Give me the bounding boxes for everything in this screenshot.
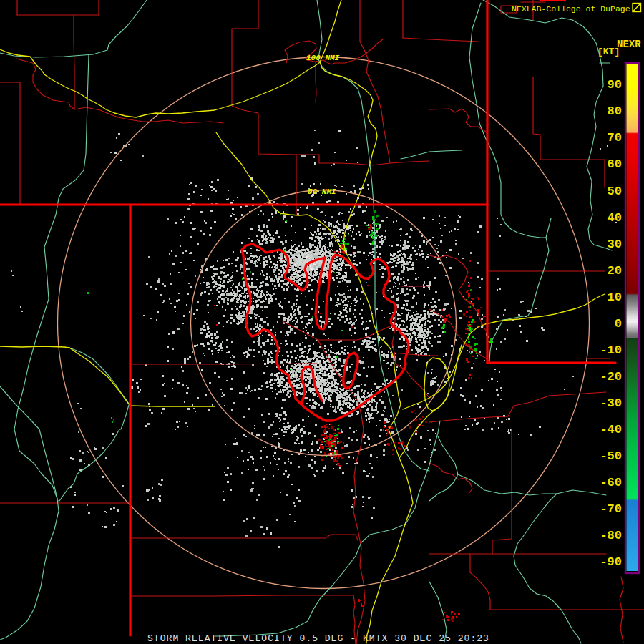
svg-text:-30: -30 [600,396,622,410]
svg-text:90: 90 [608,78,622,92]
svg-text:-10: -10 [600,343,622,357]
svg-text:40: 40 [608,211,622,225]
svg-text:70: 70 [608,131,622,145]
svg-text:-80: -80 [600,529,622,542]
svg-text:STORM RELATIVE VELOCITY 0.5 DE: STORM RELATIVE VELOCITY 0.5 DEG - KMTX 3… [147,633,489,644]
svg-text:50: 50 [608,185,622,198]
svg-text:NEXR: NEXR [617,39,641,50]
svg-text:-40: -40 [600,423,622,436]
svg-text:100 NMI: 100 NMI [306,54,340,62]
svg-text:-20: -20 [600,370,622,384]
svg-text:10: 10 [608,291,622,304]
svg-text:-70: -70 [600,502,622,516]
svg-text:60: 60 [608,157,622,171]
svg-text:50 NMI: 50 NMI [308,187,336,196]
svg-text:20: 20 [608,264,622,278]
svg-text:-60: -60 [600,476,622,489]
svg-text:NEXLAB-College of DuPage: NEXLAB-College of DuPage [512,4,630,14]
svg-text:-90: -90 [600,555,622,569]
svg-text:[KT]: [KT] [597,47,620,57]
svg-text:30: 30 [608,238,622,251]
svg-text:80: 80 [608,104,622,118]
svg-text:0: 0 [615,317,622,331]
svg-text:-50: -50 [600,449,622,463]
